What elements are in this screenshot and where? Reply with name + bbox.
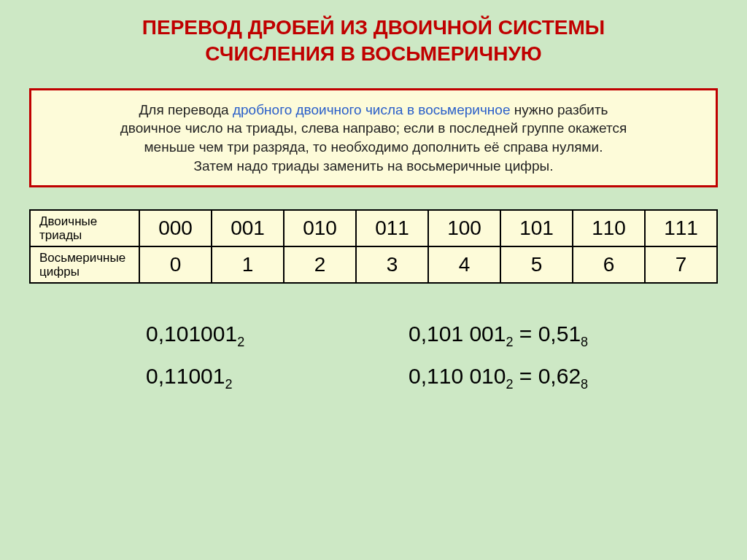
info-box: Для перевода дробного двоичного числа в … [29, 88, 718, 188]
cell: 010 [284, 210, 356, 246]
cell: 2 [284, 246, 356, 283]
example-a-right: 0,101 0012 = 0,518 [409, 313, 588, 354]
table-row-octal: Восьмеричные цифры 0 1 2 3 4 5 6 7 [30, 246, 717, 283]
cell: 6 [573, 246, 645, 283]
examples: 0,1010012 0,101 0012 = 0,518 0,110012 0,… [29, 313, 718, 396]
cell: 110 [573, 210, 645, 246]
table-row-binary: Двоичные триады 000 001 010 011 100 101 … [30, 210, 717, 246]
info-p4: Затем надо триады заменить на восьмеричн… [194, 158, 554, 174]
info-p3: меньше чем три разряда, то необходимо до… [144, 139, 603, 155]
info-p1-pre: Для перевода [139, 102, 232, 117]
cell: 100 [428, 210, 500, 246]
cell: 7 [645, 246, 717, 283]
example-row-1: 0,1010012 0,101 0012 = 0,518 [146, 313, 718, 354]
cell: 3 [356, 246, 428, 283]
cell: 1 [212, 246, 284, 283]
info-p1-post: нужно разбить [510, 102, 608, 117]
info-p1-highlight: дробного двоичного числа в восьмеричное [233, 102, 510, 117]
cell: 5 [500, 246, 573, 283]
page-title: ПЕРЕВОД ДРОБЕЙ ИЗ ДВОИЧНОЙ СИСТЕМЫ СЧИСЛ… [29, 15, 718, 68]
example-a-left: 0,1010012 [146, 313, 336, 354]
info-p2: двоичное число на триады, слева направо;… [120, 120, 627, 136]
title-line2: СЧИСЛЕНИЯ В ВОСЬМЕРИЧНУЮ [205, 42, 541, 65]
row2-label: Восьмеричные цифры [30, 246, 139, 283]
cell: 000 [139, 210, 212, 246]
row1-label: Двоичные триады [30, 210, 139, 246]
cell: 111 [645, 210, 717, 246]
cell: 101 [500, 210, 573, 246]
title-line1: ПЕРЕВОД ДРОБЕЙ ИЗ ДВОИЧНОЙ СИСТЕМЫ [142, 16, 605, 39]
cell: 4 [428, 246, 500, 283]
triad-table: Двоичные триады 000 001 010 011 100 101 … [29, 209, 718, 284]
example-b-right: 0,110 0102 = 0,628 [409, 355, 588, 397]
example-row-2: 0,110012 0,110 0102 = 0,628 [146, 355, 718, 397]
cell: 001 [212, 210, 284, 246]
example-b-left: 0,110012 [146, 355, 336, 397]
cell: 0 [139, 246, 212, 283]
cell: 011 [356, 210, 428, 246]
